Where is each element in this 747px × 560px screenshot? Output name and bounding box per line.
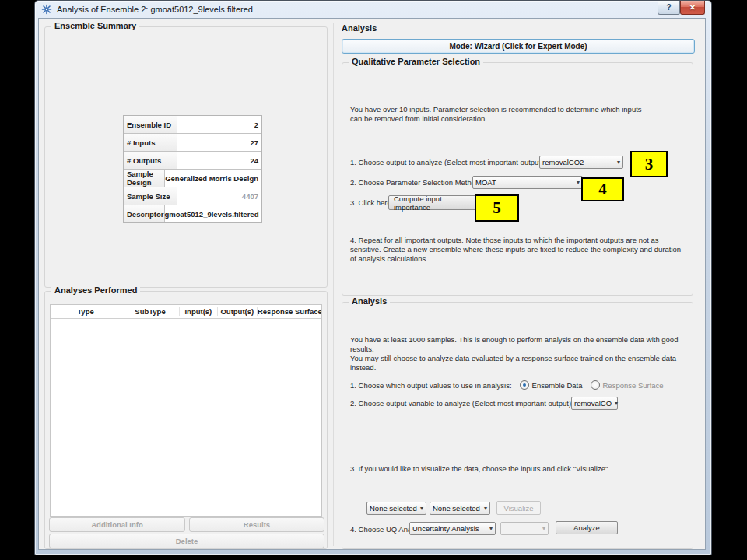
- ensemble-data-radio[interactable]: [520, 380, 529, 390]
- row-value: 27: [177, 134, 261, 151]
- ensemble-data-radio-label[interactable]: Ensemble Data: [532, 381, 583, 390]
- combo-value: removalCO: [574, 399, 612, 408]
- app-window: Analysis of Ensemble 2: gmoat5012_9level…: [34, 0, 712, 555]
- analysis-intro-text: You have at least 1000 samples. This is …: [350, 335, 689, 373]
- row-label: Descriptor: [124, 205, 165, 222]
- uq-sub-option-combo[interactable]: ▾: [500, 522, 549, 535]
- combo-value: MOAT: [475, 178, 496, 187]
- button-label: Additional Info: [91, 520, 143, 529]
- step2-label: 2. Choose Parameter Selection Method:: [350, 178, 482, 187]
- column-header-type[interactable]: Type: [51, 307, 121, 316]
- combo-value: Uncertainty Analysis: [412, 524, 479, 533]
- step1-label: 1. Choose output to analyze (Select most…: [350, 158, 545, 166]
- qualitative-intro-text: You have over 10 inputs. Parameter selec…: [350, 105, 685, 124]
- analysis-section-title: Analysis: [342, 23, 377, 33]
- row-value: Generalized Morris Design: [165, 170, 261, 187]
- step3-label: 3. Click here:: [350, 198, 393, 207]
- row-value: 24: [177, 152, 261, 169]
- dialog-content: Ensemble Summary Ensemble ID 2 # Inputs …: [38, 18, 706, 550]
- analyses-table-body[interactable]: [51, 319, 321, 516]
- chevron-down-icon: ▾: [577, 179, 580, 186]
- combo-value: None selected: [370, 504, 417, 513]
- uq-analysis-combo[interactable]: Uncertainty Analysis ▾: [409, 522, 496, 535]
- close-icon: ✕: [689, 3, 696, 12]
- analyze-button[interactable]: Analyze: [556, 521, 618, 534]
- row-label: # Inputs: [124, 134, 177, 151]
- parameter-selection-method-combo[interactable]: MOAT ▾: [472, 176, 583, 189]
- callout-4: 4: [581, 177, 624, 201]
- window-title: Analysis of Ensemble 2: gmoat5012_9level…: [57, 5, 253, 14]
- compute-input-importance-button[interactable]: Compute input importance: [388, 195, 477, 210]
- analyses-performed-title: Analyses Performed: [51, 285, 140, 295]
- analysis-step2-label: 2. Choose output variable to analyze (Se…: [350, 399, 573, 408]
- table-row: Sample Design Generalized Morris Design: [124, 170, 261, 187]
- table-row: # Inputs 27: [124, 134, 261, 152]
- step4-instructions-text: 4. Repeat for all important outputs. Not…: [350, 236, 686, 264]
- response-surface-radio-label[interactable]: Response Surface: [603, 381, 664, 390]
- delete-button[interactable]: Delete: [49, 534, 324, 548]
- analysis-step3-text: 3. If you would like to visualize the da…: [350, 464, 610, 473]
- output-variable-combo[interactable]: removalCO ▾: [571, 397, 618, 410]
- table-row: Sample Size 4407: [124, 187, 261, 205]
- button-label: Mode: Wizard (Click for Expert Mode): [449, 42, 587, 51]
- row-value: gmoat5012_9levels.filtered: [165, 205, 262, 222]
- additional-info-button[interactable]: Additional Info: [49, 517, 185, 532]
- chevron-down-icon: ▾: [484, 505, 487, 512]
- analysis-group-title: Analysis: [349, 296, 390, 306]
- response-surface-radio[interactable]: [591, 380, 600, 390]
- callout-number: 4: [598, 180, 607, 199]
- help-button[interactable]: ?: [658, 1, 680, 15]
- ensemble-summary-title: Ensemble Summary: [51, 21, 139, 30]
- visualize-button[interactable]: Visualize: [496, 501, 541, 515]
- analyses-performed-group: Analyses Performed Type SubType Input(s)…: [44, 291, 328, 549]
- ensemble-summary-group: Ensemble Summary Ensemble ID 2 # Inputs …: [44, 26, 328, 288]
- output-to-analyze-combo[interactable]: removalCO2 ▾: [539, 156, 623, 169]
- chevron-down-icon: ▾: [615, 400, 618, 407]
- button-label: Visualize: [504, 504, 534, 513]
- column-header-subtype[interactable]: SubType: [121, 307, 180, 316]
- chevron-down-icon: ▾: [542, 525, 545, 532]
- close-button[interactable]: ✕: [680, 1, 705, 15]
- combo-value: removalCO2: [542, 158, 584, 166]
- row-value: 4407: [177, 187, 261, 205]
- callout-number: 5: [493, 198, 501, 218]
- chevron-down-icon: ▾: [420, 505, 423, 512]
- table-row: Descriptor gmoat5012_9levels.filtered: [124, 205, 261, 222]
- button-label: Compute input importance: [394, 194, 472, 212]
- callout-number: 3: [645, 155, 654, 174]
- analyses-table-header: Type SubType Input(s) Output(s) Response…: [51, 305, 321, 319]
- column-header-response-surface[interactable]: Response Surface: [258, 307, 321, 316]
- mode-wizard-button[interactable]: Mode: Wizard (Click for Expert Mode): [342, 39, 695, 54]
- row-label: Sample Size: [124, 187, 177, 205]
- visualize-input1-combo[interactable]: None selected ▾: [366, 502, 426, 515]
- panel-divider: [333, 23, 334, 546]
- results-button[interactable]: Results: [189, 517, 324, 532]
- ensemble-summary-table: Ensemble ID 2 # Inputs 27 # Outputs 24 S…: [123, 115, 262, 223]
- button-label: Analyze: [573, 523, 600, 532]
- app-icon: [41, 4, 52, 15]
- button-label: Results: [244, 520, 270, 529]
- analysis-group: Analysis You have at least 1000 samples.…: [342, 302, 693, 549]
- row-label: # Outputs: [124, 152, 177, 169]
- row-label: Sample Design: [124, 170, 165, 187]
- callout-3: 3: [630, 151, 668, 177]
- help-icon: ?: [666, 3, 671, 12]
- qualitative-parameter-selection-group: Qualitative Parameter Selection You have…: [342, 62, 693, 296]
- chevron-down-icon: ▾: [489, 525, 493, 532]
- callout-5: 5: [475, 194, 519, 222]
- radio-selected-dot: [523, 383, 526, 387]
- qualitative-parameter-selection-title: Qualitative Parameter Selection: [349, 57, 483, 66]
- table-row: Ensemble ID 2: [124, 116, 261, 134]
- row-value: 2: [177, 116, 261, 133]
- chevron-down-icon: ▾: [617, 159, 620, 166]
- column-header-inputs[interactable]: Input(s): [180, 307, 218, 316]
- title-bar[interactable]: Analysis of Ensemble 2: gmoat5012_9level…: [35, 1, 711, 18]
- column-header-outputs[interactable]: Output(s): [218, 307, 258, 316]
- combo-value: None selected: [433, 504, 480, 513]
- table-row: # Outputs 24: [124, 152, 261, 170]
- visualize-input2-combo[interactable]: None selected ▾: [430, 502, 490, 515]
- analyses-table[interactable]: Type SubType Input(s) Output(s) Response…: [50, 304, 322, 517]
- analysis-step1-label: 1. Choose which output values to use in …: [350, 381, 512, 390]
- button-label: Delete: [176, 537, 198, 545]
- row-label: Ensemble ID: [124, 116, 177, 133]
